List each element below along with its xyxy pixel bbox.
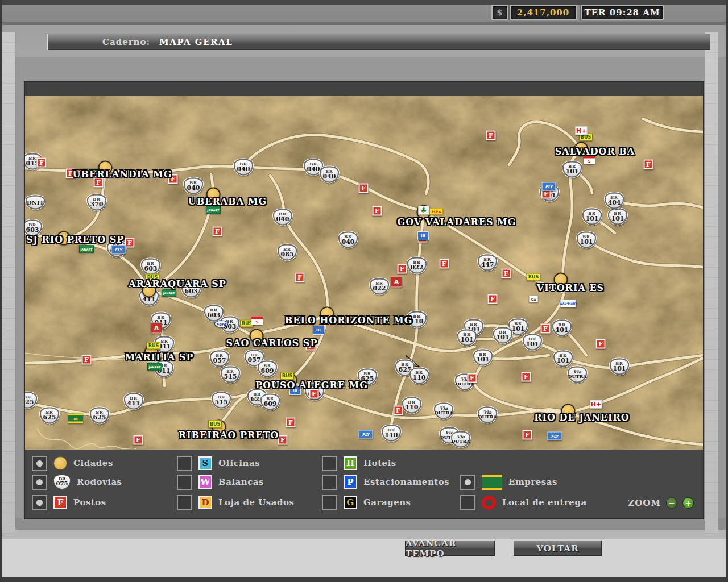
frame-edge-left xyxy=(0,0,2,582)
shield-number: 075 xyxy=(56,481,68,487)
road-shield: ViaDUTRA xyxy=(434,403,453,419)
game-screen: $ 2,417,000 TER 09:28 AM Caderno: MAPA G… xyxy=(0,0,728,582)
city-label: BELO HORIZONTE MG xyxy=(285,315,413,326)
road-shield: BR609 xyxy=(260,394,280,410)
city-label: RIO DE JANEIRO xyxy=(534,412,629,423)
marker-f-icon: F xyxy=(644,160,653,169)
city-label: ARARAQUARA SP xyxy=(129,278,226,289)
city-label: GOV VALADARES MG xyxy=(398,217,516,227)
city-label: VITORIA ES xyxy=(537,282,604,293)
loja-usados-checkbox[interactable] xyxy=(177,495,192,510)
marker-f-icon: F xyxy=(373,206,382,216)
road-shield: BR057 xyxy=(210,351,229,367)
legend-label: Oficinas xyxy=(218,458,260,468)
postos-checkbox[interactable] xyxy=(32,495,47,510)
marker-bus-icon: BUS xyxy=(527,273,540,281)
legend-item-postos: F Postos xyxy=(32,494,106,510)
legend-item-local-de-entrega: Local de entrega xyxy=(460,494,587,510)
world-map[interactable]: BR015BR040BR040BR040BR040BR040BR040BR085… xyxy=(25,96,703,450)
marker-co_green-icon: JANART xyxy=(79,246,94,253)
marker-f-icon: F xyxy=(134,435,143,445)
marker-bus-icon: BUS xyxy=(208,421,222,428)
road-shield: BR040 xyxy=(273,209,292,226)
road-shield: BR411 xyxy=(124,393,143,410)
marker-fly-icon: FLY xyxy=(111,246,126,254)
balancas-checkbox[interactable] xyxy=(177,475,192,490)
road-shield: ViaDUTRA xyxy=(568,367,587,383)
marker-co_green-icon: JANART xyxy=(147,363,162,371)
legend-label: Estacionamentos xyxy=(363,477,449,487)
legend-item-oficinas: S Oficinas xyxy=(177,455,260,471)
road-shield: BR101 xyxy=(552,320,572,336)
notebook-label: Caderno: xyxy=(102,37,150,47)
marker-f-icon: F xyxy=(213,227,222,236)
back-button[interactable]: VOLTAR xyxy=(514,541,602,556)
rodovias-checkbox[interactable] xyxy=(32,475,47,490)
legend-label: Local de entrega xyxy=(502,497,587,508)
marker-redwhite-icon: S xyxy=(584,156,595,164)
workshop-icon: S xyxy=(198,456,212,470)
city-label: POUSO ALEGRE MG xyxy=(255,380,368,390)
advance-time-button[interactable]: AVANCAR TEMPO xyxy=(405,541,495,556)
frame-strip-right xyxy=(705,32,718,534)
marker-f-icon: F xyxy=(125,238,135,248)
marker-f-icon: F xyxy=(309,389,319,399)
cidades-checkbox[interactable] xyxy=(32,456,47,471)
oficinas-checkbox[interactable] xyxy=(177,456,192,471)
road-shield: BR515 xyxy=(212,392,231,409)
city-label: SAO CARLOS SP xyxy=(226,338,318,348)
marker-bluestation-icon: III xyxy=(313,326,324,335)
local-entrega-checkbox[interactable] xyxy=(460,495,475,510)
zoom-label: ZOOM xyxy=(628,498,661,508)
city-label: UBERABA MG xyxy=(188,196,267,207)
road-shield: BR101 xyxy=(577,232,596,248)
city-label: SALVADOR BA xyxy=(555,146,635,157)
marker-f-icon: F xyxy=(522,372,531,382)
hoteis-checkbox[interactable] xyxy=(322,456,337,471)
road-shield: BR625 xyxy=(25,392,37,409)
highway-shield-icon: BR 075 xyxy=(53,475,71,489)
used-dealer-icon: D xyxy=(198,496,212,509)
road-shield: BR404 xyxy=(605,193,624,209)
marker-f-icon: F xyxy=(486,131,496,140)
legend-item-cidades: Cidades xyxy=(32,455,113,471)
road-shield: BR101 xyxy=(608,209,627,225)
city-label: UBERLANDIA MG xyxy=(73,169,172,180)
road-shield: ViaDUTRA xyxy=(451,431,470,448)
marker-fly-icon: FLY xyxy=(542,182,556,191)
road-shield: BR603 xyxy=(141,259,160,275)
marker-f-icon: F xyxy=(523,430,532,440)
marker-ca-icon: Ca xyxy=(529,296,538,302)
estacionamentos-checkbox[interactable] xyxy=(322,475,337,490)
marker-walmart-icon: WAL*MART xyxy=(561,300,576,307)
weigh-station-icon: W xyxy=(198,475,212,489)
zoom-in-button[interactable]: + xyxy=(682,497,694,509)
road-shield: BR625 xyxy=(90,408,109,424)
marker-co_yellow-icon: FLEA xyxy=(429,209,443,215)
road-shield: BR101 xyxy=(523,334,542,351)
marker-f-icon: F xyxy=(286,418,296,427)
notebook-header-bar: Caderno: MAPA GERAL xyxy=(48,34,710,50)
road-shield: BR022 xyxy=(407,257,427,274)
empresas-checkbox[interactable] xyxy=(460,475,475,490)
road-shield: BR022 xyxy=(370,278,389,295)
city-label: MARILIA SP xyxy=(125,352,193,363)
marker-f-icon: F xyxy=(398,264,407,274)
road-shield: BR110 xyxy=(410,368,429,384)
road-shield: BR110 xyxy=(382,425,401,442)
money-display: 2,417,000 xyxy=(510,5,577,20)
road-shield: ViaDUTRA xyxy=(478,407,497,423)
marker-f-icon: F xyxy=(502,269,511,278)
legend-label: Balancas xyxy=(218,477,264,487)
legend-label: Rodovias xyxy=(77,477,122,487)
zoom-out-button[interactable]: − xyxy=(666,497,677,509)
map-legend: Cidades BR 075 Rodovias F Postos S Ofici… xyxy=(25,450,703,518)
marker-f-icon: F xyxy=(359,184,369,193)
garagens-checkbox[interactable] xyxy=(322,495,337,510)
marker-petro-icon: BR xyxy=(68,414,83,423)
road-shield: BR040 xyxy=(184,178,203,194)
marker-tree-icon: ♣ xyxy=(418,206,429,215)
legend-label: Garagens xyxy=(363,497,411,508)
legend-label: Loja de Usados xyxy=(218,497,294,508)
road-shield: BR447 xyxy=(478,255,497,271)
